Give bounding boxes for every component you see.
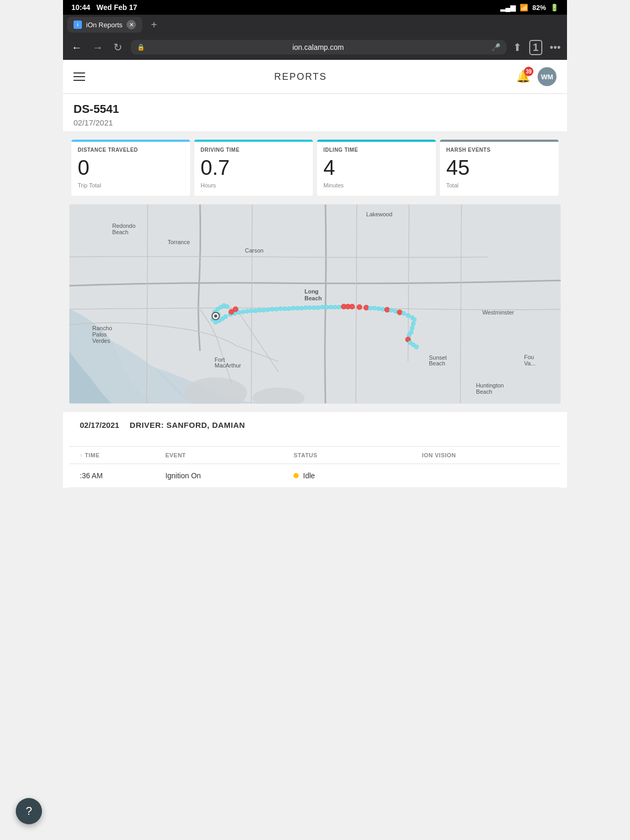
svg-point-70: [414, 345, 418, 349]
svg-text:Torrance: Torrance: [167, 239, 190, 245]
svg-text:Carson: Carson: [245, 247, 264, 254]
svg-point-22: [249, 309, 254, 313]
svg-point-52: [373, 306, 377, 310]
tab-favicon: i: [74, 20, 82, 29]
address-bar[interactable]: 🔒 ion.calamp.com 🎤: [131, 40, 507, 55]
svg-text:MacArthur: MacArthur: [215, 362, 242, 369]
back-button[interactable]: ←: [69, 39, 84, 56]
address-text: ion.calamp.com: [149, 43, 487, 51]
hamburger-line-1: [74, 72, 85, 74]
table-header-time: ↑ TIME: [80, 452, 165, 458]
svg-text:Long: Long: [304, 288, 319, 295]
device-info: DS-5541 02/17/2021: [63, 94, 567, 131]
table-section: ↑ TIME EVENT STATUS ION VISION :36 AM Ig…: [69, 446, 561, 488]
table-header-event: EVENT: [165, 452, 293, 458]
svg-point-66: [407, 333, 411, 338]
svg-point-42: [333, 305, 337, 309]
table-header-status: STATUS: [293, 452, 422, 458]
time-header-label: TIME: [85, 452, 100, 458]
table-header-row: ↑ TIME EVENT STATUS ION VISION: [69, 446, 561, 464]
status-day: Wed Feb 17: [97, 3, 138, 12]
stats-grid: DISTANCE TRAVELED 0 Trip Total DRIVING T…: [63, 131, 567, 204]
hamburger-line-3: [74, 80, 85, 81]
nav-bar: ← → ↻ 🔒 ion.calamp.com 🎤 ⬆ 1 •••: [63, 35, 567, 60]
tab-count[interactable]: 1: [529, 40, 542, 55]
stat-label-idling: IDLING TIME: [323, 147, 429, 153]
svg-point-45: [233, 307, 238, 312]
cell-status: Idle: [293, 471, 422, 480]
svg-text:Fort: Fort: [215, 356, 225, 363]
svg-text:Fou: Fou: [524, 354, 534, 360]
svg-point-62: [412, 318, 416, 322]
svg-point-40: [324, 305, 329, 309]
trip-section: 02/17/2021 DRIVER: SANFORD, DAMIAN: [69, 412, 561, 438]
svg-point-39: [320, 305, 324, 309]
svg-point-63: [411, 322, 415, 326]
stat-card-idling: IDLING TIME 4 Minutes: [317, 140, 436, 196]
svg-point-31: [287, 307, 291, 311]
svg-point-34: [299, 306, 303, 310]
stat-card-distance: DISTANCE TRAVELED 0 Trip Total: [71, 140, 190, 196]
status-header-label: STATUS: [293, 452, 317, 458]
stat-sublabel-idling: Minutes: [323, 182, 429, 188]
header-right: 🔔 39 WM: [516, 67, 556, 86]
stat-sublabel-driving: Hours: [201, 182, 307, 188]
svg-point-56: [389, 308, 393, 312]
tab-close-button[interactable]: ✕: [127, 20, 136, 29]
svg-text:Beach: Beach: [476, 388, 492, 395]
trip-driver-name: SANFORD, DAMIAN: [166, 421, 245, 429]
svg-point-50: [364, 305, 369, 310]
svg-point-43: [337, 305, 341, 309]
trip-driver: DRIVER: SANFORD, DAMIAN: [130, 421, 245, 429]
status-bar-right: ▂▄▆ 📶 82% 🔋: [500, 4, 559, 12]
new-tab-button[interactable]: +: [146, 18, 161, 32]
share-icon[interactable]: ⬆: [513, 41, 522, 54]
svg-point-35: [303, 306, 308, 310]
trip-date: 02/17/2021: [80, 421, 119, 429]
browser-tab[interactable]: i iOn Reports ✕: [67, 17, 142, 33]
app-header: REPORTS 🔔 39 WM: [63, 60, 567, 94]
refresh-button[interactable]: ↻: [111, 39, 124, 56]
notification-button[interactable]: 🔔 39: [516, 70, 530, 83]
map-section: Redondo Beach Torrance Carson Lakewood L…: [63, 204, 567, 412]
wifi-icon: 📶: [520, 4, 528, 12]
stat-sublabel-harsh: Total: [446, 182, 552, 188]
forward-button[interactable]: →: [90, 39, 105, 56]
stat-card-driving: DRIVING TIME 0.7 Hours: [194, 140, 313, 196]
table-header-ion-vision: ION VISION: [422, 452, 550, 458]
svg-point-58: [397, 310, 402, 315]
svg-point-32: [291, 306, 295, 310]
signal-icon: ▂▄▆: [500, 4, 516, 12]
lock-icon: 🔒: [137, 44, 145, 51]
status-bar: 10:44 Wed Feb 17 ▂▄▆ 📶 82% 🔋: [63, 0, 567, 15]
stat-value-harsh: 45: [446, 157, 552, 178]
notification-badge: 39: [524, 67, 533, 76]
stat-value-driving: 0.7: [201, 157, 307, 178]
svg-text:Huntington: Huntington: [476, 382, 504, 388]
mic-icon: 🎤: [491, 43, 500, 51]
ion-vision-header-label: ION VISION: [422, 452, 456, 458]
svg-point-41: [329, 305, 333, 309]
trip-header: 02/17/2021 DRIVER: SANFORD, DAMIAN: [80, 421, 550, 429]
device-id: DS-5541: [74, 102, 556, 116]
cell-time: :36 AM: [80, 471, 165, 480]
svg-text:Beach: Beach: [112, 229, 129, 235]
status-time: 10:44: [71, 3, 90, 12]
svg-point-30: [282, 307, 287, 311]
user-avatar[interactable]: WM: [538, 67, 556, 86]
menu-button[interactable]: [74, 72, 85, 81]
svg-point-57: [393, 309, 397, 313]
map-container[interactable]: Redondo Beach Torrance Carson Lakewood L…: [69, 204, 561, 404]
cell-event: Ignition On: [165, 471, 293, 480]
svg-point-53: [376, 307, 381, 311]
event-value: Ignition On: [165, 471, 201, 480]
svg-point-26: [266, 308, 270, 312]
more-icon[interactable]: •••: [550, 41, 561, 54]
battery-level: 82%: [532, 4, 546, 12]
svg-point-23: [254, 309, 258, 313]
svg-point-48: [350, 304, 355, 309]
stat-label-driving: DRIVING TIME: [201, 147, 307, 153]
svg-text:Beach: Beach: [429, 360, 445, 366]
event-header-label: EVENT: [165, 452, 186, 458]
svg-point-51: [369, 306, 373, 310]
